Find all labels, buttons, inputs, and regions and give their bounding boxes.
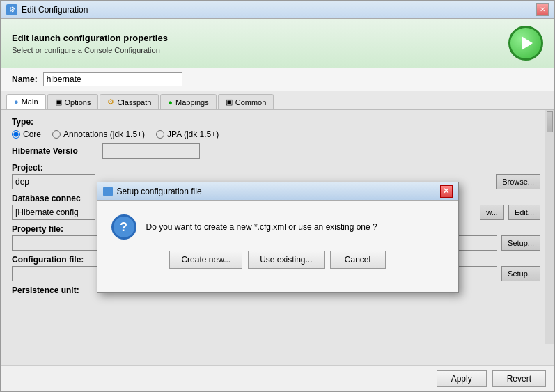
tab-main[interactable]: ● Main: [6, 94, 46, 109]
window-icon: ⚙: [6, 4, 17, 15]
run-button[interactable]: [508, 26, 543, 61]
modal-title-bar: Setup configuration file ✕: [97, 182, 458, 201]
mappings-tab-icon: ●: [168, 98, 173, 107]
tab-common-label: Common: [235, 98, 267, 107]
title-bar-left: ⚙ Edit Configuration: [6, 4, 88, 15]
common-tab-icon: ▣: [226, 97, 233, 107]
tab-classpath[interactable]: ⚙ Classpath: [100, 94, 159, 109]
create-new-button[interactable]: Create new...: [169, 251, 242, 269]
modal-title-left: Setup configuration file: [103, 187, 202, 196]
use-existing-button[interactable]: Use existing...: [248, 251, 324, 269]
title-bar-controls: ✕: [536, 3, 549, 16]
content-area: Type: Core Annotations (jdk 1.5+) JPA (j…: [1, 110, 554, 365]
classpath-tab-icon: ⚙: [107, 97, 114, 107]
title-bar: ⚙ Edit Configuration ✕: [1, 1, 554, 19]
tab-options[interactable]: ▣ Options: [47, 94, 99, 109]
cancel-button[interactable]: Cancel: [330, 251, 386, 269]
apply-button[interactable]: Apply: [437, 370, 487, 387]
modal-message-text: Do you want to create a new *.cfg.xml or…: [146, 222, 377, 232]
header-text: Edit launch configuration properties Sel…: [12, 33, 168, 54]
tabs-bar: ● Main ▣ Options ⚙ Classpath ● Mappings …: [1, 91, 554, 110]
name-input[interactable]: [43, 72, 182, 86]
modal-message-row: ? Do you want to create a new *.cfg.xml …: [111, 214, 444, 240]
main-tab-icon: ●: [14, 97, 19, 106]
footer: Apply Revert: [1, 365, 554, 391]
window-title: Edit Configuration: [22, 5, 88, 15]
tab-classpath-label: Classpath: [117, 98, 151, 107]
tab-options-label: Options: [65, 98, 91, 107]
name-label: Name:: [12, 75, 38, 84]
modal-close-button[interactable]: ✕: [440, 185, 453, 198]
tab-common[interactable]: ▣ Common: [218, 94, 274, 109]
tab-mappings[interactable]: ● Mappings: [160, 94, 216, 109]
header-section: Edit launch configuration properties Sel…: [1, 19, 554, 68]
main-window: ⚙ Edit Configuration ✕ Edit launch confi…: [0, 0, 555, 392]
modal-overlay: Setup configuration file ✕ ? Do you want…: [1, 110, 554, 365]
setup-config-dialog: Setup configuration file ✕ ? Do you want…: [97, 182, 459, 293]
modal-title-text: Setup configuration file: [117, 187, 202, 196]
header-title: Edit launch configuration properties: [12, 33, 168, 43]
modal-buttons: Create new... Use existing... Cancel: [111, 251, 444, 269]
close-button[interactable]: ✕: [536, 3, 549, 16]
name-bar: Name:: [1, 68, 554, 91]
header-subtitle: Select or configure a Console Configurat…: [12, 46, 168, 54]
revert-button[interactable]: Revert: [492, 370, 546, 387]
tab-main-label: Main: [22, 97, 38, 106]
tab-mappings-label: Mappings: [175, 98, 209, 107]
options-tab-icon: ▣: [55, 97, 62, 107]
modal-body: ? Do you want to create a new *.cfg.xml …: [97, 201, 458, 280]
question-icon: ?: [111, 214, 136, 240]
modal-title-icon: [103, 187, 113, 196]
